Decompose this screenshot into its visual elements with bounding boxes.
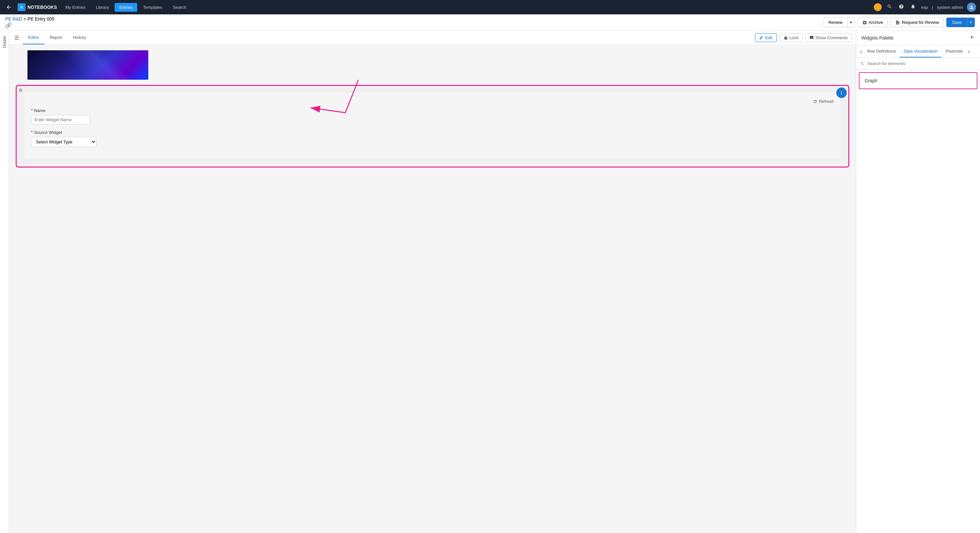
- breadcrumb-actions: Review ▾ Archive Request for Review Save…: [824, 18, 975, 27]
- source-widget-select[interactable]: Select Widget Type: [31, 137, 96, 147]
- source-widget-label: * Source Widget: [31, 130, 834, 135]
- nav-templates[interactable]: Templates: [138, 3, 167, 12]
- refresh-row: Refresh: [31, 99, 834, 104]
- request-review-button[interactable]: Request for Review: [891, 18, 944, 27]
- graph-widget-block: Refresh * Name *: [16, 85, 850, 167]
- request-review-label: Request for Review: [902, 20, 939, 25]
- breadcrumb: PE R&D > PE Entry 005: [5, 16, 54, 22]
- nav-search[interactable]: Search: [168, 3, 191, 12]
- palette-content: Graph: [856, 70, 980, 533]
- lock-label: Lock: [789, 35, 799, 40]
- widget-name-input[interactable]: [31, 115, 90, 124]
- show-comments-label: Show Comments: [815, 35, 848, 40]
- save-dropdown-button[interactable]: ▾: [967, 18, 974, 27]
- palette-tabs-prev-button[interactable]: ‹: [859, 45, 863, 57]
- editor-content: Refresh * Name *: [9, 45, 856, 533]
- palette-tab-plasmids[interactable]: Plasmids: [942, 45, 967, 57]
- widget-form: Refresh * Name *: [24, 92, 840, 159]
- breadcrumb-left: PE R&D > PE Entry 005 🔗: [5, 16, 54, 29]
- editor-area: ☰ Editor Report History Edit Lock: [9, 31, 856, 533]
- edit-button[interactable]: Edit: [755, 33, 776, 42]
- user-avatar: [967, 3, 976, 12]
- left-sidebar: Details: [0, 31, 9, 533]
- widget-block-wrapper: Refresh * Name *: [16, 85, 850, 167]
- editor-toolbar-left: ☰ Editor Report History: [13, 31, 91, 45]
- name-required-star: *: [31, 108, 33, 113]
- status-indicator: [874, 3, 882, 11]
- palette-search-bar: [856, 58, 980, 70]
- logo-icon: N: [18, 3, 25, 11]
- nav-my-entries[interactable]: My Entries: [61, 3, 90, 12]
- widgets-palette: Widgets Palette ‹ flow Definitions Data …: [856, 31, 980, 533]
- back-button[interactable]: [4, 2, 14, 12]
- breadcrumb-current: PE Entry 005: [27, 16, 54, 22]
- help-icon-button[interactable]: [897, 3, 905, 12]
- lock-button[interactable]: Lock: [780, 33, 803, 42]
- user-full-name: system admin: [937, 5, 963, 10]
- refresh-button[interactable]: Refresh: [813, 99, 834, 104]
- details-label: Details: [2, 36, 7, 48]
- user-name-label: esp: [921, 5, 928, 10]
- show-comments-button[interactable]: Show Comments: [805, 33, 852, 42]
- nav-right-section: esp | system admin: [874, 3, 976, 12]
- palette-search-input[interactable]: [867, 61, 976, 66]
- tab-editor[interactable]: Editor: [23, 31, 45, 45]
- nav-entries[interactable]: Entries: [115, 3, 137, 12]
- breadcrumb-parent[interactable]: PE R&D: [5, 16, 22, 22]
- refresh-label: Refresh: [819, 99, 834, 104]
- main-layout: Details ☰ Editor Report History Edit: [0, 31, 980, 533]
- palette-title: Widgets Palette: [861, 35, 893, 40]
- source-widget-row: * Source Widget Select Widget Type: [31, 130, 834, 147]
- notification-icon-button[interactable]: [909, 3, 917, 12]
- palette-tabs: ‹ flow Definitions Data Visualization Pl…: [856, 45, 980, 58]
- app-name: NOTEBOOKS: [27, 5, 57, 10]
- breadcrumb-separator: >: [24, 16, 26, 22]
- editor-tabs: Editor Report History: [23, 31, 91, 45]
- link-icon[interactable]: 🔗: [5, 22, 54, 29]
- palette-search-icon: [860, 61, 865, 66]
- name-field-row: * Name: [31, 108, 834, 124]
- top-navigation: N NOTEBOOKS My Entries Library Entries T…: [0, 0, 980, 14]
- hamburger-icon[interactable]: ☰: [13, 33, 20, 42]
- content-image-block: [27, 50, 148, 80]
- toolbar-actions: Edit Lock Show Comments: [755, 31, 852, 45]
- palette-tab-flow-definitions[interactable]: flow Definitions: [863, 45, 900, 57]
- editor-toolbar: ☰ Editor Report History Edit Lock: [9, 31, 856, 45]
- source-required-star: *: [31, 130, 33, 135]
- breadcrumb-bar: PE R&D > PE Entry 005 🔗 Review ▾ Archive…: [0, 14, 980, 31]
- nav-library[interactable]: Library: [91, 3, 114, 12]
- palette-tab-data-visualization[interactable]: Data Visualization: [900, 45, 942, 57]
- save-button[interactable]: Save: [947, 18, 967, 27]
- palette-close-button[interactable]: [970, 35, 975, 41]
- widget-lock-icon: [18, 88, 23, 93]
- tab-history[interactable]: History: [68, 31, 91, 45]
- save-button-group: Save ▾: [947, 18, 975, 27]
- edit-label: Edit: [765, 35, 772, 40]
- search-icon-button[interactable]: [886, 3, 893, 12]
- archive-button[interactable]: Archive: [858, 18, 888, 27]
- name-label: * Name: [31, 108, 834, 113]
- palette-header: Widgets Palette: [856, 31, 980, 45]
- widget-options-button[interactable]: [836, 88, 847, 98]
- app-logo: N NOTEBOOKS: [15, 3, 59, 11]
- review-button-group: Review ▾: [824, 18, 855, 27]
- palette-item-graph[interactable]: Graph: [859, 72, 977, 89]
- palette-tabs-next-button[interactable]: ›: [967, 45, 971, 57]
- review-dropdown-button[interactable]: ▾: [847, 18, 854, 27]
- nav-separator: |: [932, 5, 932, 10]
- archive-label: Archive: [869, 20, 883, 25]
- tab-report[interactable]: Report: [45, 31, 68, 45]
- review-button[interactable]: Review: [824, 18, 847, 27]
